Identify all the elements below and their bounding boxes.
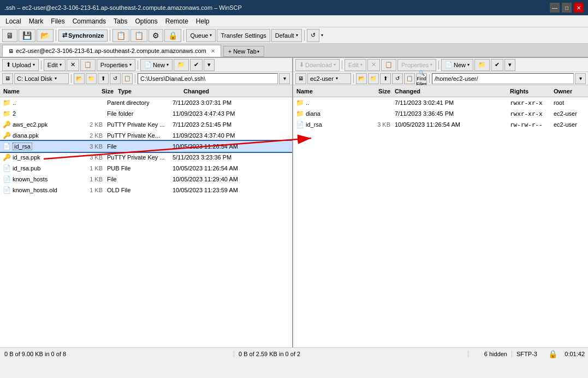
table-row[interactable]: 📄 known_hosts.old 1 KB OLD File 10/05/20… [0,185,292,196]
right-edit-button[interactable]: Edit ▾ [345,59,366,71]
right-path-input[interactable]: /home/ec2-user/ [432,73,574,84]
right-pane-toolbar: ⬇ Download ▾ Edit ▾ ✕ 📋 Properties ▾ 📄 [293,58,588,72]
right-col-changed[interactable]: Changed [393,88,508,94]
menubar: Local Mark Files Commands Tabs Options R… [0,15,588,27]
download-button[interactable]: ⬇ Download ▾ [295,59,340,71]
folder-up-icon: 📁 [2,98,11,107]
table-row[interactable]: 🔑 id_rsa.ppk 3 KB PuTTY Private Key ... … [0,152,292,163]
table-row[interactable]: 📄 id_rsa 3 KB File 10/05/2023 11:26:54 A… [0,141,292,152]
right-folder-nav[interactable]: 📁 [368,73,379,84]
sep-right2 [438,61,439,69]
table-row[interactable]: 🔑 diana.ppk 2 KB PuTTY Private Ke... 11/… [0,130,292,141]
right-refresh[interactable]: ↺ [392,73,403,84]
left-drive-icon[interactable]: 🖥 [2,73,13,84]
toolbar-icon4[interactable]: 📋 [112,29,129,42]
table-row[interactable]: 📁 2 File folder 11/09/2023 4:47:43 PM [0,108,292,119]
right-up[interactable]: ⬆ [380,73,391,84]
transfer-settings-button[interactable]: Transfer Settings [217,29,270,42]
right-user-selector[interactable]: ec2-user ▾ [307,73,351,84]
right-delete-button[interactable]: ✕ [367,59,380,71]
menu-files[interactable]: Files [47,16,68,26]
left-up[interactable]: ⬆ [98,73,109,84]
right-check[interactable]: ✔ [491,59,503,71]
toolbar-icon2[interactable]: 💾 [19,29,35,42]
toolbar-icon6[interactable]: ⚙ [149,29,163,42]
table-row[interactable]: 📄 known_hosts 1 KB File 10/05/2023 11:29… [0,174,292,185]
upload-button[interactable]: ⬆ Upload ▾ [2,59,39,71]
menu-commands[interactable]: Commands [69,16,109,26]
left-properties-button[interactable]: Properties ▾ [97,59,135,71]
queue-button[interactable]: Queue ▾ [186,29,216,42]
menu-help[interactable]: Help [193,16,213,26]
tab-active[interactable]: 🖥 ec2-user@ec2-3-106-213-61.ap-southeast… [2,45,221,57]
left-folder-open[interactable]: 📂 [74,73,85,84]
minimize-button[interactable]: — [550,3,560,13]
right-col-name[interactable]: Name [294,88,365,94]
maximize-button[interactable]: □ [562,3,572,13]
new-tab-button[interactable]: + New Tab ▾ [223,46,264,57]
toolbar-icon5[interactable]: 📋 [130,29,147,42]
left-col-size[interactable]: Size [88,88,116,94]
left-col-type[interactable]: Type [116,88,181,94]
main-content: ⬆ Upload ▾ Edit ▾ ✕ 📋 Properties ▾ 📄 [0,58,588,347]
menu-local[interactable]: Local [2,16,25,26]
right-bookmark[interactable]: ▾ [575,73,586,84]
table-row[interactable]: 📁 .. Parent directory 7/11/2023 3:07:31 … [0,97,292,108]
toolbar-icon1[interactable]: 🖥 [2,29,17,42]
synchronize-button[interactable]: ⇄ Synchronize [58,29,108,42]
left-refresh[interactable]: ↺ [110,73,121,84]
left-folder-add[interactable]: 📋 [122,73,133,84]
left-icon2[interactable]: 📁 [174,59,189,71]
right-new-button[interactable]: 📄 New ▾ [441,59,473,71]
table-row[interactable]: 📁 .. 7/11/2023 3:02:41 PM rwxr-xr-x root [293,97,588,108]
left-folder-nav[interactable]: 📁 [86,73,97,84]
left-drive-selector[interactable]: C: Local Disk ▾ [14,73,69,84]
refresh-button[interactable]: ↺ [307,29,319,42]
menu-remote[interactable]: Remote [162,16,192,26]
toolbar-icon7[interactable]: 🔒 [164,29,181,42]
menu-tabs[interactable]: Tabs [110,16,130,26]
left-delete-button[interactable]: ✕ [67,59,79,71]
ppk-icon: 🔑 [2,131,11,140]
right-address-bar: 🖥 ec2-user ▾ 📂 📁 ⬆ ↺ 📋 🔍 Find Files /hom… [293,72,588,85]
folder-icon: 📁 [295,109,304,118]
right-properties-button[interactable]: Properties ▾ [397,59,436,71]
right-status: 0 B of 2.59 KB in 0 of 2 [234,351,468,357]
right-folder-add[interactable]: 📋 [404,73,415,84]
toolbar-icon3[interactable]: 📂 [37,29,54,42]
table-row[interactable]: 🔑 aws_ec2.ppk 2 KB PuTTY Private Key ...… [0,119,292,130]
right-find[interactable]: 🔍 Find Files [416,73,427,84]
left-address-bar: 🖥 C: Local Disk ▾ 📂 📁 ⬆ ↺ 📋 C:\Users\Dia… [0,72,292,85]
table-row[interactable]: 📄 id_rsa 3 KB 10/05/2023 11:26:54 AM rw-… [293,119,588,130]
tab-active-label: ec2-user@ec2-3-106-213-61.ap-southeast-2… [16,48,206,54]
left-check[interactable]: ✔ [190,59,203,71]
table-row[interactable]: 📄 id_rsa.pub 1 KB PUB File 10/05/2023 11… [0,163,292,174]
right-col-rights[interactable]: Rights [508,88,551,94]
left-col-name[interactable]: Name [1,88,88,94]
time-display: 0:01:42 [561,351,588,357]
transfer-value-button[interactable]: Default ▾ [271,29,302,42]
ppk-icon: 🔑 [2,153,11,162]
menu-mark[interactable]: Mark [26,16,47,26]
right-icon3[interactable]: ▾ [504,59,515,71]
left-edit-button[interactable]: Edit ▾ [44,59,66,71]
sep4 [304,30,305,41]
right-icon1[interactable]: 📋 [381,59,396,71]
right-server-icon[interactable]: 🖥 [295,73,306,84]
left-new-button[interactable]: 📄 New ▾ [140,59,173,71]
left-icon1[interactable]: 📋 [80,59,96,71]
left-path-input[interactable]: C:\Users\DianaLeo\.ssh\ [138,73,278,84]
left-icon3[interactable]: ▾ [204,59,215,71]
left-col-changed[interactable]: Changed [181,88,291,94]
close-button[interactable]: ✕ [574,3,584,13]
right-folder-open[interactable]: 📂 [356,73,367,84]
tab-close-icon[interactable]: ✕ [211,48,215,54]
right-icon2[interactable]: 📁 [474,59,490,71]
table-row[interactable]: 📁 diana 7/11/2023 3:36:45 PM rwxr-xr-x e… [293,108,588,119]
left-bookmark[interactable]: ▾ [279,73,290,84]
file-icon: 📄 [295,120,304,129]
right-col-size[interactable]: Size [365,88,393,94]
right-col-owner[interactable]: Owner [551,88,587,94]
sep-addr2 [135,74,135,83]
menu-options[interactable]: Options [132,16,161,26]
